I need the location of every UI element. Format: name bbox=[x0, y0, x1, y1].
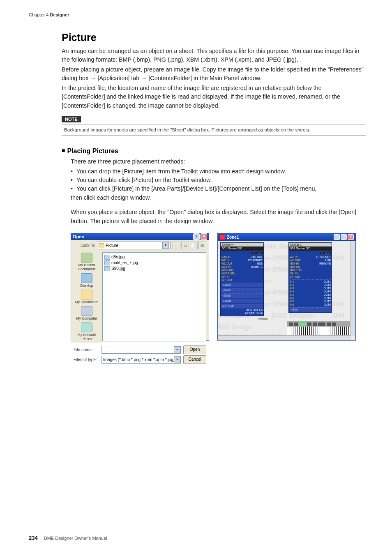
help-button[interactable]: ? bbox=[193, 233, 200, 240]
bullet-3a: •You can click [Picture] in the [Area Pa… bbox=[71, 184, 366, 193]
place-mynet[interactable]: My Network Places bbox=[72, 322, 101, 341]
file-item[interactable]: S90.jpg bbox=[104, 266, 204, 272]
section-para2: Before placing a picture object, prepare… bbox=[62, 65, 366, 83]
subsection-heading-text: Placing Pictures bbox=[67, 147, 118, 154]
page-footer: 234 DME Designer Owner's Manual bbox=[29, 535, 107, 541]
manual-title: DME Designer Owner's Manual bbox=[44, 536, 107, 541]
subsection-heading: ■Placing Pictures bbox=[62, 147, 366, 155]
minimize-button[interactable]: _ bbox=[334, 234, 340, 240]
open-dialog: Open ? X Look in: Picture ▾ ← 🗀 bbox=[71, 233, 209, 341]
lookin-value: Picture bbox=[106, 243, 118, 248]
place-mydocs[interactable]: My Documents bbox=[72, 289, 101, 304]
open-dialog-title: Open bbox=[73, 234, 84, 239]
watermark: DM bbox=[333, 254, 344, 262]
nav-up-button[interactable]: 🗀 bbox=[181, 242, 189, 249]
bullet-3b: then click each design window. bbox=[71, 193, 366, 202]
chapter-title: Designer bbox=[50, 12, 69, 17]
heading-bullet-icon: ■ bbox=[62, 147, 65, 154]
chapter-label: Chapter 4 bbox=[29, 12, 50, 17]
horizontal-scrollbar[interactable] bbox=[218, 335, 351, 340]
zone-app-icon bbox=[219, 234, 225, 240]
watermark: DME Design bbox=[218, 323, 252, 331]
zone-window: Zone1 _ □ X DME Designer DME Designer DM… bbox=[217, 233, 356, 341]
nav-view-button[interactable]: ▥ bbox=[198, 242, 206, 249]
maximize-button[interactable]: □ bbox=[341, 234, 347, 240]
filename-input[interactable]: ▾ bbox=[101, 346, 181, 354]
nav-newfolder-button[interactable]: 📄 bbox=[190, 242, 198, 249]
places-bar: My Recent Documents Desktop My Documents… bbox=[71, 251, 102, 343]
online-button[interactable]: On Line bbox=[251, 252, 263, 254]
subsection-after: When you place a picture object, the "Op… bbox=[71, 208, 366, 226]
zone-titlebar[interactable]: Zone1 _ □ X bbox=[218, 233, 355, 241]
keyboard-image[interactable] bbox=[287, 321, 350, 336]
open-button[interactable]: Open bbox=[183, 345, 206, 354]
section-title: Picture bbox=[62, 32, 366, 44]
section-para1: An image can be arranged as an object on… bbox=[62, 47, 366, 64]
dropdown-icon[interactable]: ▾ bbox=[174, 346, 180, 353]
open-dialog-titlebar[interactable]: Open ? X bbox=[71, 233, 209, 240]
watermark: ner DME bbox=[261, 265, 289, 274]
page-number: 234 bbox=[29, 535, 38, 541]
file-item[interactable]: motif_es_7.jpg bbox=[104, 260, 204, 266]
note-text: Background images for sheets are specifi… bbox=[64, 127, 363, 132]
image-file-icon bbox=[104, 266, 110, 271]
section-para3: In the project file, the location and na… bbox=[62, 84, 366, 110]
running-header: Chapter 4 Designer bbox=[29, 12, 367, 17]
filetype-label: Files of type: bbox=[74, 357, 99, 362]
watermark: ner DME bbox=[261, 254, 289, 262]
dropdown-icon[interactable]: ▾ bbox=[174, 356, 180, 363]
image-file-icon bbox=[104, 255, 110, 260]
subsection-intro: There are three picture placement method… bbox=[71, 157, 366, 166]
place-desktop[interactable]: Desktop bbox=[72, 273, 101, 288]
close-button[interactable]: X bbox=[348, 234, 354, 240]
watermark: DM bbox=[333, 311, 344, 320]
online-button[interactable]: On Line bbox=[320, 252, 331, 254]
watermark: ner DME bbox=[261, 288, 289, 297]
folder-icon bbox=[99, 243, 104, 248]
nav-back-button[interactable]: ← bbox=[173, 242, 180, 249]
place-recent[interactable]: My Recent Documents bbox=[72, 252, 101, 272]
device-dme8ic[interactable]: DME8i-C 001 Scene 001 On Line WC INETHER… bbox=[288, 242, 332, 313]
picture-object-label: Picture bbox=[258, 317, 268, 321]
vertical-scrollbar[interactable] bbox=[350, 241, 355, 336]
image-file-icon bbox=[104, 260, 110, 265]
zone-title-text: Zone1 bbox=[227, 235, 239, 240]
cancel-button[interactable]: Cancel bbox=[183, 355, 206, 364]
note-box: Background images for sheets are specifi… bbox=[62, 124, 366, 136]
file-item[interactable]: d8x.jpg bbox=[104, 254, 204, 260]
filename-label: File name: bbox=[74, 348, 99, 352]
watermark: DM bbox=[333, 300, 344, 308]
watermark: ner DME bbox=[261, 300, 289, 308]
dropdown-icon[interactable]: ▾ bbox=[162, 242, 169, 249]
bullet-2: •You can double-click [Picture] on the T… bbox=[71, 176, 366, 184]
bullet-1: •You can drop the [Picture] item from th… bbox=[71, 167, 366, 176]
device-dme64n[interactable]: DME64N 001 Scene 001 On Line CAS INCAS O… bbox=[220, 242, 264, 316]
place-mycomp[interactable]: My Computer bbox=[72, 306, 101, 321]
file-list[interactable]: d8x.jpg motif_es_7.jpg S90.jpg bbox=[102, 252, 206, 341]
lookin-select[interactable]: Picture ▾ bbox=[97, 242, 171, 249]
filetype-select[interactable]: Images (*.bmp *.png *.xbm *.xpm *.jpg)▾ bbox=[101, 356, 181, 364]
close-button[interactable]: X bbox=[201, 233, 207, 240]
header-rule bbox=[29, 20, 367, 20]
note-label: NOTE bbox=[62, 116, 81, 122]
zone-canvas[interactable]: DME Designer DME Designer DM ner DME DM … bbox=[218, 241, 355, 340]
lookin-label: Look in: bbox=[74, 243, 95, 248]
